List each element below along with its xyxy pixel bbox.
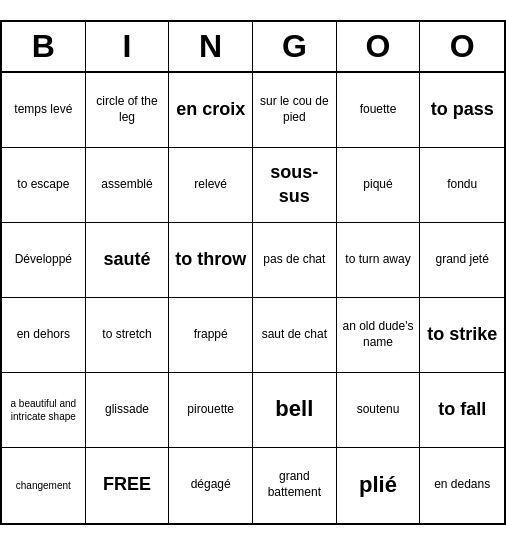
bingo-cell: pirouette (169, 373, 253, 448)
header-letter: O (420, 22, 504, 71)
header-letter: I (86, 22, 170, 71)
bingo-cell: to stretch (86, 298, 170, 373)
bingo-cell: an old dude's name (337, 298, 421, 373)
bingo-cell: en croix (169, 73, 253, 148)
bingo-cell: piqué (337, 148, 421, 223)
bingo-cell: soutenu (337, 373, 421, 448)
header-letter: O (337, 22, 421, 71)
bingo-cell: Développé (2, 223, 86, 298)
bingo-cell: sous-sus (253, 148, 337, 223)
bingo-cell: fouette (337, 73, 421, 148)
header-letter: N (169, 22, 253, 71)
bingo-cell: assemblé (86, 148, 170, 223)
bingo-cell: dégagé (169, 448, 253, 523)
bingo-card: BINGOO temps levécircle of the legen cro… (0, 20, 506, 525)
bingo-cell: en dehors (2, 298, 86, 373)
bingo-cell: bell (253, 373, 337, 448)
bingo-cell: pas de chat (253, 223, 337, 298)
bingo-cell: relevé (169, 148, 253, 223)
bingo-header: BINGOO (2, 22, 504, 73)
header-letter: B (2, 22, 86, 71)
bingo-cell: changement (2, 448, 86, 523)
bingo-cell: to strike (420, 298, 504, 373)
bingo-cell: to pass (420, 73, 504, 148)
bingo-cell: temps levé (2, 73, 86, 148)
bingo-cell: saut de chat (253, 298, 337, 373)
bingo-cell: FREE (86, 448, 170, 523)
bingo-cell: plié (337, 448, 421, 523)
bingo-cell: grand battement (253, 448, 337, 523)
bingo-cell: sur le cou de pied (253, 73, 337, 148)
bingo-cell: sauté (86, 223, 170, 298)
bingo-cell: circle of the leg (86, 73, 170, 148)
bingo-cell: glissade (86, 373, 170, 448)
bingo-cell: en dedans (420, 448, 504, 523)
bingo-cell: to turn away (337, 223, 421, 298)
bingo-cell: to escape (2, 148, 86, 223)
bingo-cell: fondu (420, 148, 504, 223)
bingo-cell: a beautiful and intricate shape (2, 373, 86, 448)
bingo-cell: frappé (169, 298, 253, 373)
bingo-grid: temps levécircle of the legen croixsur l… (2, 73, 504, 523)
bingo-cell: to fall (420, 373, 504, 448)
bingo-cell: grand jeté (420, 223, 504, 298)
bingo-cell: to throw (169, 223, 253, 298)
header-letter: G (253, 22, 337, 71)
